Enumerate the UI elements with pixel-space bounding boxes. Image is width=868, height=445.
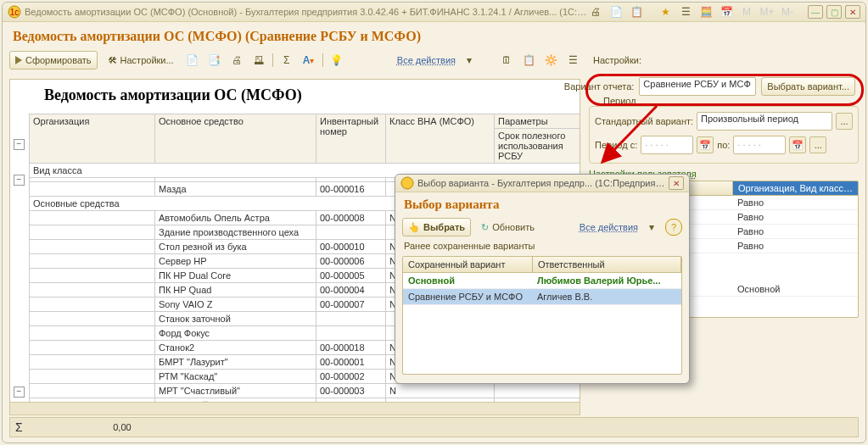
table-row[interactable]: МРТ "Счастливый"00-000003N xyxy=(30,384,580,398)
svg-text:1c: 1c xyxy=(10,8,20,17)
toolbar-tip-icon[interactable]: 💡 xyxy=(328,52,345,69)
tb-m3[interactable]: M- xyxy=(779,3,796,20)
dialog-subtitle: Ранее сохраненные варианты xyxy=(395,239,689,253)
play-icon xyxy=(15,56,22,64)
dialog-refresh-button[interactable]: ↻Обновить xyxy=(476,219,540,236)
col-asset[interactable]: Основное средство xyxy=(155,114,316,164)
toolbar-icon-2[interactable]: 📑 xyxy=(206,52,223,69)
toolbar-icon-3[interactable]: 🖨 xyxy=(228,52,245,69)
dialog-choose-button[interactable]: 👆Выбрать xyxy=(402,218,471,236)
col-org[interactable]: Организация xyxy=(30,114,155,164)
toolbar: Сформировать 🛠Настройки... 📄 📑 🖨 🗳 Σ A▾ … xyxy=(3,49,865,71)
tb-icon-2[interactable]: 📄 xyxy=(608,3,624,20)
dialog-title: Выбор варианта - Бухгалтерия предпр... (… xyxy=(417,178,669,188)
dialog-row[interactable]: ОсновнойЛюбимов Валерий Юрье... xyxy=(403,273,681,289)
all-actions-link[interactable]: Все действия xyxy=(397,55,456,65)
tb-icon-1[interactable]: 🖨 xyxy=(587,3,604,20)
tree-collapse-2[interactable]: − xyxy=(14,175,25,186)
tree-collapse-3[interactable]: − xyxy=(14,387,25,398)
tb-icon-3[interactable]: 📋 xyxy=(628,3,645,20)
col-inv[interactable]: Инвентарный номер xyxy=(316,114,386,164)
dialog-app-icon xyxy=(400,176,414,190)
dialog-refresh-label: Обновить xyxy=(492,222,535,232)
variant-value[interactable]: Сравнение РСБУ и МСФ xyxy=(639,77,756,96)
window-title: Ведомость амортизации ОС (МСФО) (Основно… xyxy=(25,7,587,17)
dialog-col-owner[interactable]: Ответственный xyxy=(533,257,681,272)
tb-icon-6[interactable]: 📅 xyxy=(718,3,735,20)
status-sum: 0,00 xyxy=(30,422,132,432)
choose-variant-button[interactable]: Выбрать вариант... xyxy=(761,77,855,96)
dialog-help-button[interactable]: ? xyxy=(665,219,682,236)
settings-footer-value: Основной xyxy=(732,282,858,296)
col-params[interactable]: Параметры xyxy=(495,114,580,129)
tb-icon-4[interactable]: ☰ xyxy=(677,3,694,20)
settings-label: Настройки: xyxy=(593,55,641,65)
all-actions-chevron[interactable]: ▾ xyxy=(461,52,478,69)
period-group: Период Стандартный вариант: Произвольный… xyxy=(589,106,859,164)
settings-button-label: Настройки... xyxy=(120,55,174,65)
dialog-col-variant[interactable]: Сохраненный вариант xyxy=(403,257,533,272)
tb-m1[interactable]: M xyxy=(738,3,755,20)
dialog-choose-label: Выбрать xyxy=(423,222,465,232)
tb-m2[interactable]: M+ xyxy=(759,3,776,20)
minimize-button[interactable]: — xyxy=(808,5,823,19)
tb-icon-star[interactable]: ★ xyxy=(657,3,674,20)
period-to-cal-icon[interactable]: 📅 xyxy=(789,136,806,153)
settings-col-value[interactable]: Организация, Вид класса, Основное с xyxy=(733,181,858,195)
toolbar-icon-1[interactable]: 📄 xyxy=(184,52,201,69)
period-group-title: Период xyxy=(600,96,640,106)
toolbar-font-icon[interactable]: A▾ xyxy=(300,52,317,69)
toolbar-icon-4[interactable]: 🗳 xyxy=(250,52,267,69)
tb-icon-5[interactable]: 🧮 xyxy=(697,3,714,20)
dialog-header: Выбор варианта xyxy=(395,192,689,215)
dialog-all-actions-chevron[interactable]: ▾ xyxy=(643,219,660,236)
dialog-all-actions[interactable]: Все действия xyxy=(580,222,638,232)
tree-gutter: − − − xyxy=(10,114,30,409)
svg-point-2 xyxy=(401,177,413,189)
toolbar-r-3[interactable]: 🔆 xyxy=(542,52,559,69)
toolbar-sum-icon[interactable]: Σ xyxy=(278,52,295,69)
period-to-value[interactable]: . . . . . xyxy=(733,136,786,154)
settings-button[interactable]: 🛠Настройки... xyxy=(103,52,179,69)
app-icon: 1c xyxy=(8,5,21,19)
dialog-close-button[interactable]: ✕ xyxy=(669,176,684,190)
page-title: Ведомость амортизации ОС (МСФО) (Сравнен… xyxy=(3,22,865,49)
std-variant-value[interactable]: Произвольный период xyxy=(697,112,832,131)
maximize-button[interactable]: ▢ xyxy=(826,5,842,19)
titlebar: 1c Ведомость амортизации ОС (МСФО) (Осно… xyxy=(3,3,865,22)
close-button[interactable]: ✕ xyxy=(845,5,860,19)
std-variant-ellipsis[interactable]: ... xyxy=(836,113,853,130)
period-from-label: Период с: xyxy=(595,140,637,150)
period-to-label: по: xyxy=(717,140,730,150)
dialog-grid: Сохраненный вариант Ответственный Основн… xyxy=(402,256,682,375)
period-ellipsis[interactable]: ... xyxy=(809,136,826,153)
std-variant-label: Стандартный вариант: xyxy=(595,116,693,126)
form-button-label: Сформировать xyxy=(25,55,92,65)
report-title: Ведомость амортизации ОС (МСФО) xyxy=(36,80,580,111)
form-button[interactable]: Сформировать xyxy=(9,51,98,70)
variant-dialog: Выбор варианта - Бухгалтерия предпр... (… xyxy=(395,174,690,384)
period-from-cal-icon[interactable]: 📅 xyxy=(697,136,714,153)
status-bar: Σ 0,00 xyxy=(9,417,859,437)
col-class[interactable]: Класс ВНА (МСФО) xyxy=(386,114,495,164)
col-life[interactable]: Срок полезного использования РСБУ xyxy=(495,129,580,164)
toolbar-r-2[interactable]: 📋 xyxy=(520,52,537,69)
toolbar-r-1[interactable]: 🗓 xyxy=(498,52,515,69)
horizontal-scrollbar[interactable] xyxy=(9,402,580,415)
variant-label: Вариант отчета: xyxy=(564,81,635,92)
toolbar-r-4[interactable]: ☰ xyxy=(564,52,581,69)
tree-collapse-1[interactable]: − xyxy=(14,139,25,150)
period-from-value[interactable]: . . . . . xyxy=(641,136,693,154)
dialog-row[interactable]: Сравнение РСБУ и МСФОАгличев В.В. xyxy=(403,289,681,305)
sigma-icon: Σ xyxy=(15,420,23,434)
choose-variant-label: Выбрать вариант... xyxy=(767,81,849,92)
